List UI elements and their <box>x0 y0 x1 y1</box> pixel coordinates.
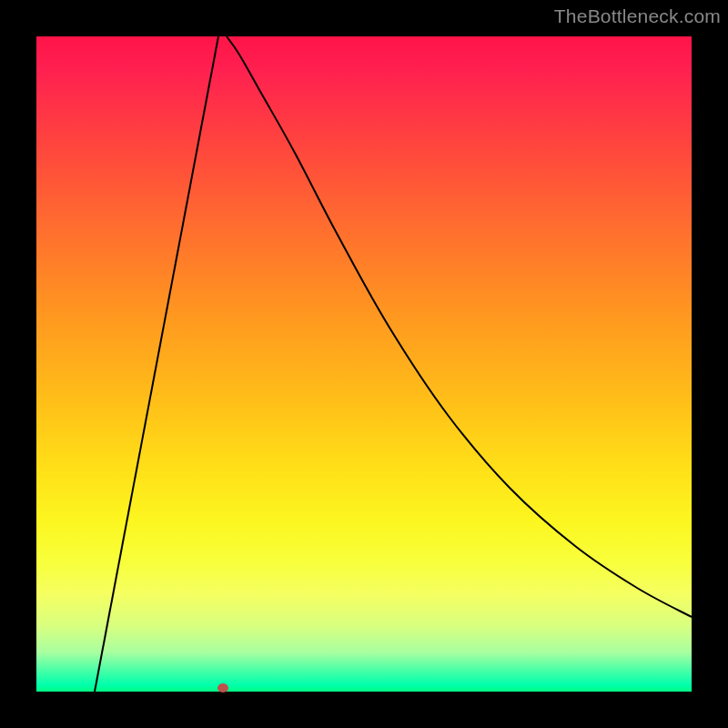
curve-layer <box>36 36 692 692</box>
curve-left <box>95 36 218 692</box>
watermark: TheBottleneck.com <box>554 5 721 27</box>
curve-right <box>227 36 692 617</box>
minimum-marker <box>217 683 228 693</box>
bottleneck-chart <box>36 36 692 692</box>
